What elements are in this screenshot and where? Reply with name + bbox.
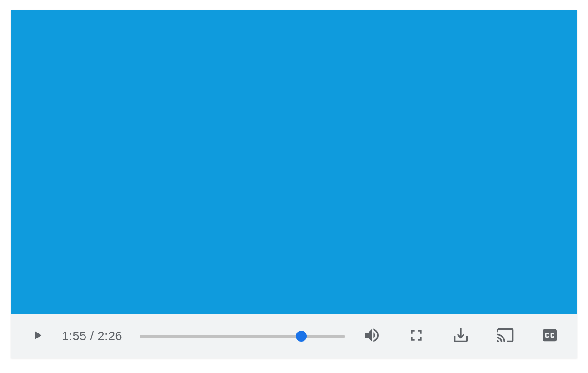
- cast-icon: [496, 326, 514, 346]
- download-button[interactable]: [452, 326, 470, 346]
- video-viewport[interactable]: [11, 10, 577, 314]
- current-time: 1:55: [62, 329, 87, 343]
- time-separator: /: [87, 329, 98, 343]
- progress-thumb[interactable]: [296, 331, 307, 342]
- progress-track: [140, 335, 345, 338]
- download-icon: [452, 326, 470, 346]
- volume-icon: [363, 326, 381, 346]
- cast-button[interactable]: [496, 326, 514, 346]
- fullscreen-icon: [407, 326, 425, 346]
- duration: 2:26: [98, 329, 123, 343]
- right-controls: [363, 326, 559, 346]
- volume-button[interactable]: [363, 326, 381, 346]
- progress-slider[interactable]: [140, 331, 345, 342]
- captions-icon: [541, 326, 559, 346]
- video-player: 1:55 / 2:26: [11, 10, 577, 358]
- play-button[interactable]: [26, 325, 48, 347]
- controls-bar: 1:55 / 2:26: [11, 314, 577, 358]
- time-display: 1:55 / 2:26: [62, 329, 122, 343]
- play-icon: [30, 328, 45, 344]
- fullscreen-button[interactable]: [407, 326, 425, 346]
- captions-button[interactable]: [541, 326, 559, 346]
